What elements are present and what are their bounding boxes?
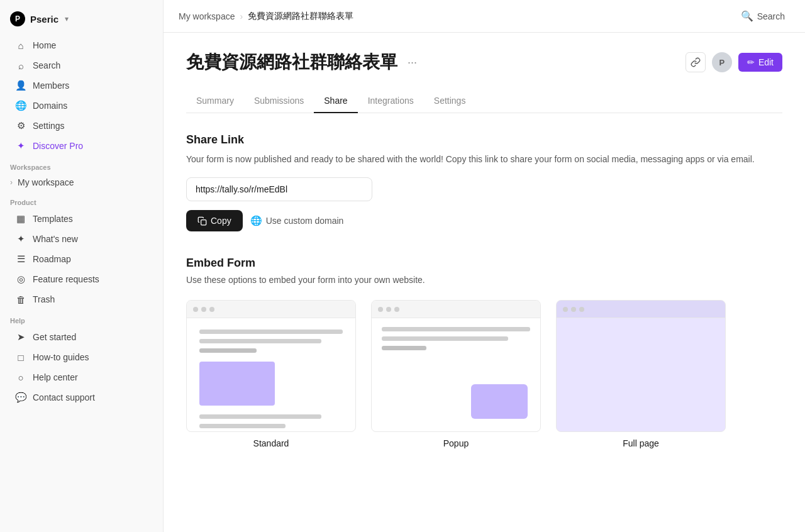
- preview-body: [187, 318, 355, 432]
- sidebar-item-home[interactable]: ⌂ Home: [5, 36, 158, 55]
- preview-line: [382, 327, 530, 331]
- embed-preview-popup: [371, 300, 541, 432]
- edit-icon: ✏: [747, 57, 755, 67]
- custom-domain-button[interactable]: 🌐 Use custom domain: [250, 215, 344, 226]
- workspace-caret-icon: ›: [10, 178, 13, 187]
- embed-card-standard[interactable]: Standard: [186, 300, 356, 448]
- breadcrumb: My workspace › 免費資源網路社群聯絡表單: [179, 11, 353, 22]
- sidebar-item-label: Contact support: [33, 392, 95, 402]
- preview-line: [199, 424, 286, 428]
- preview-dot: [386, 307, 391, 312]
- sidebar-item-label: Get started: [33, 332, 76, 342]
- sidebar-item-feature-requests[interactable]: ◎ Feature requests: [5, 270, 158, 289]
- sidebar-item-roadmap[interactable]: ☰ Roadmap: [5, 250, 158, 269]
- share-link-icon-button[interactable]: [686, 52, 706, 72]
- sidebar-item-trash[interactable]: 🗑 Trash: [5, 290, 158, 309]
- embed-form-desc: Use these options to embed your form int…: [186, 275, 782, 285]
- templates-icon: ▦: [15, 213, 26, 224]
- help-center-icon: ○: [15, 372, 26, 383]
- help-section-label: Help: [0, 309, 163, 327]
- workspace-name: My workspace: [18, 177, 74, 187]
- search-label: Search: [757, 11, 785, 21]
- page-menu-button[interactable]: ···: [405, 53, 419, 72]
- sidebar-item-search[interactable]: ⌕ Search: [5, 56, 158, 75]
- embed-label-full-page: Full page: [623, 438, 659, 448]
- share-link-title: Share Link: [186, 133, 782, 147]
- svg-rect-0: [201, 219, 206, 224]
- breadcrumb-workspace[interactable]: My workspace: [179, 11, 235, 21]
- main-area: My workspace › 免費資源網路社群聯絡表單 🔍 Search 免費資…: [164, 0, 805, 532]
- copy-button[interactable]: Copy: [186, 210, 243, 231]
- sidebar-item-label: Feature requests: [33, 274, 99, 284]
- sidebar-item-label: Home: [33, 40, 56, 50]
- page-title: 免費資源網路社群聯絡表單: [186, 50, 397, 74]
- embed-card-popup[interactable]: Popup: [371, 300, 541, 448]
- popup-block: [471, 384, 528, 419]
- domains-icon: 🌐: [15, 100, 26, 111]
- preview-line: [382, 336, 508, 341]
- sidebar-item-label: Trash: [33, 294, 55, 304]
- preview-header: [557, 301, 725, 318]
- tabs: Summary Submissions Share Integrations S…: [186, 89, 782, 113]
- preview-body: [372, 318, 540, 364]
- tab-submissions[interactable]: Submissions: [244, 89, 314, 113]
- tab-share[interactable]: Share: [314, 89, 357, 113]
- sidebar-item-help-center[interactable]: ○ Help center: [5, 368, 158, 387]
- preview-dot: [209, 307, 214, 312]
- sidebar-item-label: Search: [33, 60, 60, 70]
- tab-settings[interactable]: Settings: [424, 89, 476, 113]
- home-icon: ⌂: [15, 40, 26, 51]
- sidebar-item-discover-pro[interactable]: ✦ Discover Pro: [5, 136, 158, 155]
- tab-summary[interactable]: Summary: [186, 89, 244, 113]
- search-icon: 🔍: [741, 10, 753, 22]
- sidebar-item-members[interactable]: 👤 Members: [5, 76, 158, 95]
- tab-integrations[interactable]: Integrations: [358, 89, 424, 113]
- contact-support-icon: 💬: [15, 392, 26, 403]
- avatar: P: [712, 52, 732, 72]
- embed-preview-standard: [186, 300, 356, 432]
- sidebar-item-settings[interactable]: ⚙ Settings: [5, 116, 158, 135]
- workspaces-section-label: Workspaces: [0, 156, 163, 174]
- embed-label-popup: Popup: [443, 438, 469, 448]
- app-logo[interactable]: P Pseric ▾: [0, 8, 163, 35]
- copy-label: Copy: [211, 216, 231, 226]
- sidebar-item-label: Templates: [33, 214, 73, 224]
- preview-line: [382, 346, 426, 350]
- product-section-label: Product: [0, 191, 163, 209]
- share-link-section: Share Link Your form is now published an…: [186, 133, 782, 231]
- share-link-desc: Your form is now published and ready to …: [186, 153, 782, 166]
- search-icon: ⌕: [15, 60, 26, 71]
- globe-icon: 🌐: [250, 215, 262, 226]
- edit-button[interactable]: ✏ Edit: [738, 53, 782, 72]
- edit-label: Edit: [758, 57, 774, 67]
- trash-icon: 🗑: [15, 294, 26, 305]
- app-logo-icon: P: [10, 11, 25, 26]
- preview-dot: [571, 307, 576, 312]
- members-icon: 👤: [15, 80, 26, 91]
- preview-dot: [193, 307, 198, 312]
- get-started-icon: ➤: [15, 331, 26, 343]
- page-header: 免費資源網路社群聯絡表單 ··· P ✏ Edit: [186, 50, 782, 74]
- preview-dot: [394, 307, 399, 312]
- sidebar-item-label: Settings: [33, 121, 65, 131]
- preview-dot: [201, 307, 206, 312]
- embed-preview-full-page: [556, 300, 726, 432]
- logo-caret-icon: ▾: [65, 14, 69, 23]
- embed-card-full-page[interactable]: Full page: [556, 300, 726, 448]
- sidebar-item-contact-support[interactable]: 💬 Contact support: [5, 388, 158, 407]
- content-area: 免費資源網路社群聯絡表單 ··· P ✏ Edit Summary: [164, 33, 805, 532]
- share-link-input[interactable]: [186, 177, 372, 201]
- embed-form-section: Embed Form Use these options to embed yo…: [186, 257, 782, 448]
- sidebar-item-get-started[interactable]: ➤ Get started: [5, 328, 158, 346]
- sidebar-item-templates[interactable]: ▦ Templates: [5, 209, 158, 228]
- sidebar-item-domains[interactable]: 🌐 Domains: [5, 96, 158, 115]
- embed-label-standard: Standard: [253, 438, 289, 448]
- discover-pro-icon: ✦: [15, 140, 26, 152]
- sidebar-item-label: Discover Pro: [33, 141, 83, 151]
- settings-icon: ⚙: [15, 120, 26, 131]
- topbar: My workspace › 免費資源網路社群聯絡表單 🔍 Search: [164, 0, 805, 33]
- workspace-item[interactable]: › My workspace: [0, 174, 163, 191]
- sidebar-item-how-to-guides[interactable]: □ How-to guides: [5, 348, 158, 367]
- sidebar-item-whats-new[interactable]: ✦ What's new: [5, 230, 158, 248]
- search-button[interactable]: 🔍 Search: [736, 8, 790, 25]
